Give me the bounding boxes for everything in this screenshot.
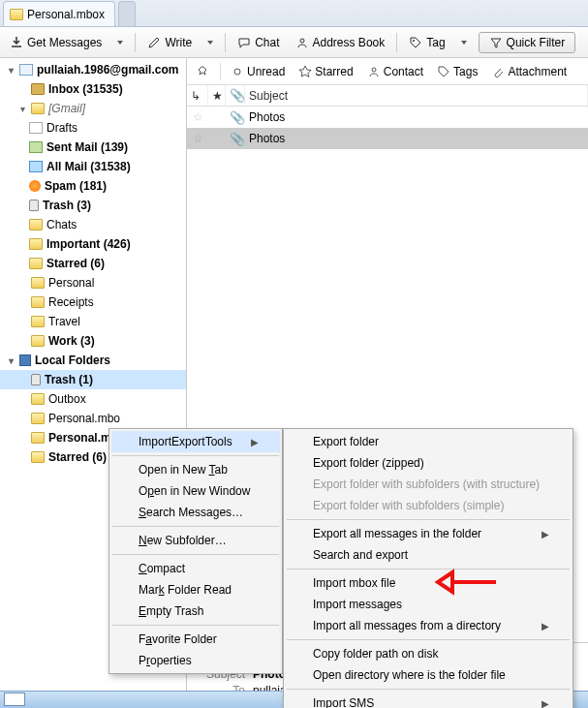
folder-starred[interactable]: Starred (6) [0, 254, 186, 273]
write-dropdown[interactable] [203, 39, 217, 46]
folder-drafts[interactable]: Drafts [0, 118, 186, 138]
pin-toggle[interactable] [193, 63, 214, 80]
tag-icon [437, 65, 450, 78]
menu-compact[interactable]: Compact [111, 558, 280, 579]
menu-copy-folder-path[interactable]: Copy folder path on disk [286, 643, 571, 664]
folder-receipts[interactable]: Receipts [0, 292, 186, 312]
folder-trash[interactable]: Trash (3) [0, 196, 186, 215]
menu-label: Export folder (zipped) [313, 456, 424, 470]
get-messages-dropdown[interactable] [113, 39, 127, 46]
folder-work[interactable]: Work (3) [0, 331, 186, 351]
funnel-icon [489, 36, 503, 49]
taskbar-item[interactable] [4, 693, 25, 706]
message-row[interactable]: ☆ 📎 Photos [187, 128, 588, 149]
menu-search-messages[interactable]: Search Messages… [111, 502, 280, 523]
draft-icon [29, 122, 43, 134]
folder-all-mail[interactable]: All Mail (31538) [0, 157, 186, 176]
menu-mark-folder-read[interactable]: Mark Folder Read [111, 579, 280, 600]
folder-icon [29, 258, 43, 269]
account-node[interactable]: ▾ pullaiah.1986@gmail.com [0, 60, 186, 79]
menu-properties[interactable]: Properties [111, 650, 280, 671]
col-star[interactable]: ★ [208, 85, 226, 106]
filter-attachment[interactable]: Attachment [487, 63, 571, 80]
download-icon [10, 36, 23, 49]
menu-label: Export folder [313, 435, 379, 448]
filter-unread[interactable]: Unread [227, 63, 289, 80]
twisty-icon[interactable]: ▾ [6, 355, 15, 366]
tab-active[interactable]: Personal.mbox [3, 1, 115, 26]
menu-label: Import mbox file [313, 576, 395, 590]
folder-important[interactable]: Important (426) [0, 234, 186, 254]
twisty-icon[interactable]: ▾ [6, 65, 15, 76]
menu-favorite-folder[interactable]: Favorite Folder [111, 629, 280, 650]
pin-icon [197, 65, 210, 78]
menu-search-and-export[interactable]: Search and export [286, 544, 571, 566]
folder-label: Personal.mbo [48, 412, 120, 425]
tag-button[interactable]: Tag [405, 34, 449, 51]
folder-outbox[interactable]: Outbox [0, 389, 186, 409]
menu-open-new-tab[interactable]: Open in New Tab [111, 459, 280, 480]
chevron-down-icon [207, 41, 213, 45]
menu-export-folder-zipped[interactable]: Export folder (zipped) [286, 452, 571, 474]
menu-open-directory[interactable]: Open directory where is the folder file [286, 664, 571, 686]
folder-spam[interactable]: Spam (181) [0, 176, 186, 196]
local-folders-node[interactable]: ▾Local Folders [0, 351, 186, 370]
chevron-down-icon [461, 41, 467, 45]
col-subject[interactable]: Subject [245, 85, 588, 106]
address-book-button[interactable]: Address Book [292, 34, 389, 51]
star-icon[interactable]: ☆ [193, 132, 203, 145]
filter-tags[interactable]: Tags [433, 63, 481, 80]
folder-inbox[interactable]: Inbox (31535) [0, 79, 186, 99]
folder-personal-mbox-1[interactable]: Personal.mbo [0, 409, 186, 428]
write-label: Write [165, 36, 192, 49]
tab-inactive[interactable] [118, 1, 136, 26]
twisty-icon[interactable]: ▾ [17, 104, 27, 114]
filter-starred[interactable]: Starred [294, 63, 356, 80]
folder-label: Inbox (31535) [48, 82, 123, 96]
menu-open-new-window[interactable]: Open in New Window [111, 480, 280, 502]
menu-separator [112, 554, 279, 555]
col-thread[interactable]: ↳ [187, 85, 208, 106]
folder-gmail[interactable]: ▾[Gmail] [0, 99, 186, 118]
menu-separator [287, 519, 570, 520]
menu-import-sms[interactable]: Import SMS▶ [286, 693, 571, 708]
folder-icon [31, 296, 45, 308]
address-book-label: Address Book [313, 36, 386, 49]
menu-import-all-from-directory[interactable]: Import all messages from a directory▶ [286, 615, 571, 636]
filter-contact[interactable]: Contact [363, 63, 427, 80]
menu-export-subfolders-structure: Export folder with subfolders (with stru… [286, 474, 571, 495]
main-toolbar: Get Messages Write Chat Address Book Tag… [0, 27, 588, 58]
get-messages-button[interactable]: Get Messages [6, 34, 106, 51]
write-button[interactable]: Write [143, 34, 196, 51]
folder-label: Spam (181) [45, 179, 107, 193]
menu-label: Properties [139, 654, 192, 667]
menu-export-subfolders-simple: Export folder with subfolders (simple) [286, 495, 571, 516]
quick-filter-button[interactable]: Quick Filter [479, 32, 576, 53]
folder-label: Local Folders [35, 354, 110, 367]
trash-icon [29, 200, 39, 211]
col-attachment[interactable]: 📎 [226, 85, 245, 106]
message-row[interactable]: ☆ 📎 Photos [187, 107, 588, 128]
menu-import-mbox-file[interactable]: Import mbox file [286, 572, 571, 594]
folder-local-trash[interactable]: Trash (1) [0, 370, 186, 389]
tag-dropdown[interactable] [457, 39, 471, 46]
menu-new-subfolder[interactable]: New Subfolder… [111, 530, 280, 551]
menu-import-messages[interactable]: Import messages [286, 594, 571, 615]
paperclip-icon: 📎 [230, 88, 245, 103]
submenu-arrow-icon: ▶ [542, 698, 549, 709]
folder-label: Starred (6) [46, 257, 105, 270]
menu-export-all-messages[interactable]: Export all messages in the folder▶ [286, 523, 571, 544]
folder-sent[interactable]: Sent Mail (139) [0, 138, 186, 157]
star-icon[interactable]: ☆ [193, 110, 203, 124]
menu-import-export-tools[interactable]: ImportExportTools▶ [111, 431, 280, 452]
menu-export-folder[interactable]: Export folder [286, 431, 571, 452]
menu-separator [112, 455, 279, 456]
menu-empty-trash[interactable]: Empty Trash [111, 600, 280, 622]
folder-personal[interactable]: Personal [0, 273, 186, 292]
allmail-icon [29, 161, 43, 172]
folder-travel[interactable]: Travel [0, 312, 186, 331]
tag-label: Tag [426, 36, 445, 49]
folder-chats[interactable]: Chats [0, 215, 186, 234]
chat-button[interactable]: Chat [233, 34, 283, 51]
menu-label: Compact [139, 562, 185, 575]
